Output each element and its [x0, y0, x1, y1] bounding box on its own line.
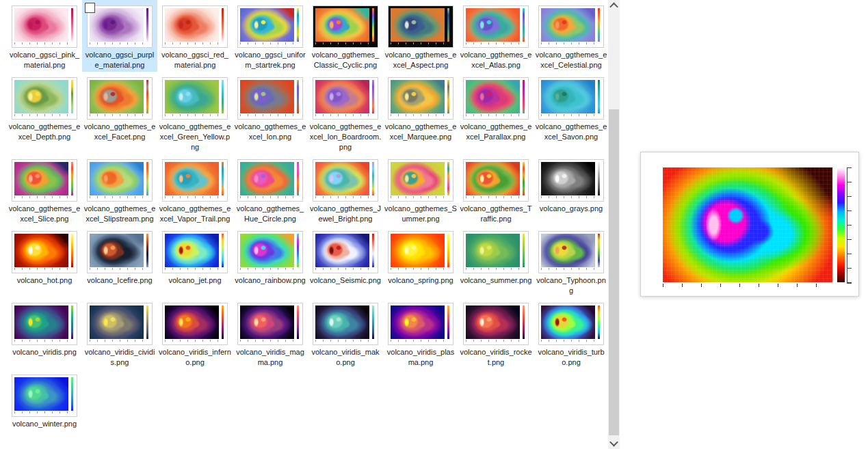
thumbnail-axis-ticks [391, 340, 445, 342]
file-name: volcano_Typhoon.png [535, 275, 607, 296]
image-preview-flyout [640, 152, 859, 297]
scrollbar-thumb[interactable] [609, 109, 619, 435]
file-tile[interactable]: volcano_rainbow.png [233, 226, 308, 297]
file-tile[interactable]: volcano_ggthemes_Summer.png [383, 154, 458, 226]
preview-heatmap-image [663, 167, 832, 282]
file-tile[interactable]: volcano_grays.png [534, 154, 609, 226]
file-tile[interactable]: volcano_jet.png [157, 226, 233, 297]
thumbnail-colorbar [598, 80, 600, 113]
thumbnail-card [12, 375, 77, 417]
thumbnail-card [162, 159, 228, 202]
thumbnail-axis-ticks [14, 340, 68, 342]
file-tile[interactable]: volcano_ggthemes_excel_Atlas.png [458, 0, 534, 72]
file-tile[interactable]: volcano_ggthemes_Hue_Circle.png [233, 154, 308, 226]
file-name: volcano_ggthemes_excel_Atlas.png [460, 50, 532, 70]
file-tile[interactable]: volcano_ggthemes_excel_Ion_Boardroom.png [308, 72, 383, 154]
thumbnail-colorbar [146, 80, 148, 113]
thumbnail-colorbar [222, 234, 224, 267]
thumbnail-colorbar [146, 234, 148, 267]
file-tile[interactable]: volcano_Seismic.png [308, 226, 383, 297]
file-tile[interactable]: volcano_viridis_magma.png [233, 297, 308, 369]
file-name: volcano_ggthemes_excel_Green_Yellow.png [159, 122, 231, 152]
thumbnail-image [90, 8, 144, 42]
file-tile[interactable]: volcano_ggthemes_excel_Depth.png [7, 72, 82, 154]
file-tile[interactable]: volcano_hot.png [7, 226, 82, 297]
thumbnail-colorbar [447, 305, 449, 339]
file-tile[interactable]: volcano_ggsci_red_material.png [157, 0, 233, 72]
file-tile[interactable]: volcano_ggthemes_excel_Savon.png [534, 72, 609, 154]
file-tile[interactable]: volcano_ggthemes_excel_Facet.png [82, 72, 157, 154]
file-tile[interactable]: volcano_ggsci_purple_material.png [82, 0, 157, 72]
thumbnail-colorbar [146, 162, 148, 195]
file-name: volcano_ggthemes_Classic_Cyclic.png [309, 50, 382, 70]
file-tile[interactable]: volcano_Typhoon.png [534, 226, 609, 297]
file-tile[interactable]: volcano_viridis_inferno.png [157, 297, 233, 369]
thumbnail-image [90, 234, 144, 267]
thumbnail-colorbar [523, 162, 525, 195]
thumbnail-axis-ticks [541, 340, 595, 342]
thumbnail-axis-ticks [165, 42, 219, 44]
file-tile[interactable]: volcano_ggthemes_excel_Vapor_Trail.png [157, 154, 233, 226]
selection-checkbox[interactable] [85, 3, 95, 13]
thumbnail-colorbar [297, 305, 299, 339]
thumbnail-image [391, 80, 445, 113]
file-tile[interactable]: volcano_summer.png [458, 226, 534, 297]
thumbnail-image [90, 305, 144, 339]
thumbnail-card [463, 159, 529, 202]
file-tile[interactable]: volcano_ggthemes_excel_Slice.png [7, 154, 82, 226]
thumbnail-image [466, 162, 520, 195]
file-tile[interactable]: volcano_ggthemes_excel_Slipstream.png [82, 154, 157, 226]
file-tile[interactable]: volcano_winter.png [7, 369, 82, 431]
file-tile[interactable]: volcano_ggthemes_excel_Green_Yellow.png [157, 72, 233, 154]
file-name: volcano_ggthemes_Jewel_Bright.png [309, 204, 382, 224]
scroll-up-icon[interactable] [608, 0, 620, 12]
thumbnail-colorbar [372, 80, 374, 113]
thumbnail-colorbar [71, 305, 73, 339]
scroll-down-icon[interactable] [608, 437, 620, 449]
thumbnail-colorbar [372, 8, 374, 42]
thumbnail-axis-ticks [165, 114, 219, 116]
file-tile[interactable]: volcano_viridis_cividis.png [82, 297, 157, 369]
file-name: volcano_ggthemes_Summer.png [384, 204, 457, 224]
file-tile[interactable]: volcano_ggthemes_excel_Ion.png [233, 72, 308, 154]
file-name: volcano_winter.png [8, 419, 81, 429]
file-tile[interactable]: volcano_ggthemes_Classic_Cyclic.png [308, 0, 383, 72]
thumbnail-image [240, 305, 294, 339]
file-tile[interactable]: volcano_viridis_mako.png [308, 297, 383, 369]
file-tile[interactable]: volcano_ggthemes_excel_Marquee.png [383, 72, 458, 154]
file-tile[interactable]: volcano_viridis_rocket.png [458, 297, 534, 369]
thumbnail-image [240, 162, 294, 195]
file-name: volcano_ggthemes_excel_Ion_Boardroom.png [309, 122, 382, 152]
thumbnail-card [538, 159, 604, 202]
thumbnail-colorbar [71, 377, 73, 411]
file-tile[interactable]: volcano_Icefire.png [82, 226, 157, 297]
thumbnail-axis-ticks [315, 42, 369, 44]
thumbnail-card [87, 77, 153, 120]
thumbnail-card [162, 5, 228, 48]
file-tile[interactable]: volcano_ggthemes_Jewel_Bright.png [308, 154, 383, 226]
vertical-scrollbar[interactable] [608, 0, 620, 449]
thumbnail-card [388, 303, 453, 345]
thumbnail-card [313, 159, 378, 202]
thumbnail-axis-ticks [391, 196, 445, 198]
file-tile[interactable]: volcano_ggthemes_Traffic.png [458, 154, 534, 226]
file-tile[interactable]: volcano_ggthemes_excel_Celestial.png [534, 0, 609, 72]
thumbnail-image [90, 80, 144, 113]
thumbnail-axis-ticks [90, 268, 144, 270]
file-tile[interactable]: volcano_viridis_plasma.png [383, 297, 458, 369]
thumbnail-axis-ticks [315, 268, 369, 270]
thumbnail-image [14, 162, 68, 195]
thumbnail-card [388, 159, 453, 202]
file-tile[interactable]: volcano_viridis.png [7, 297, 82, 369]
file-tile[interactable]: volcano_spring.png [383, 226, 458, 297]
file-tile[interactable]: volcano_ggsci_pink_material.png [7, 0, 82, 72]
file-tile[interactable]: volcano_ggsci_uniform_startrek.png [233, 0, 308, 72]
thumbnail-axis-ticks [165, 268, 219, 270]
file-tile[interactable]: volcano_ggthemes_excel_Parallax.png [458, 72, 534, 154]
thumbnail-card [313, 77, 378, 120]
file-tile[interactable]: volcano_viridis_turbo.png [534, 297, 609, 369]
thumbnail-image [240, 80, 294, 113]
file-name: volcano_ggthemes_excel_Aspect.png [384, 50, 457, 70]
thumbnail-axis-ticks [90, 340, 144, 342]
file-tile[interactable]: volcano_ggthemes_excel_Aspect.png [383, 0, 458, 72]
